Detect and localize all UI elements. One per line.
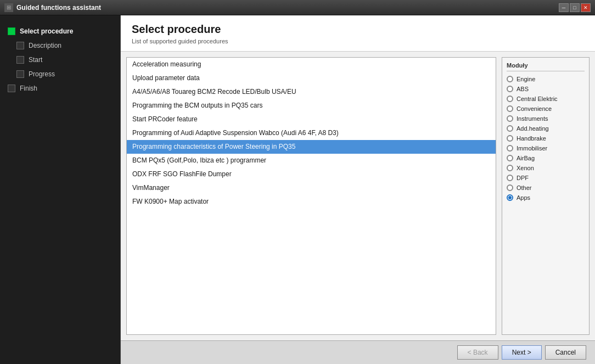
content-area: Select procedure List of supported guide… — [121, 15, 595, 364]
module-radio-xenon — [507, 165, 513, 171]
module-radio-add-heating — [507, 125, 513, 132]
module-label-immobiliser: Immobiliser — [517, 145, 547, 152]
procedure-item[interactable]: Programming characteristics of Power Ste… — [127, 140, 496, 154]
module-label-abs: ABS — [517, 86, 529, 92]
sidebar-item-description[interactable]: Description — [0, 38, 120, 53]
main-container: Select procedure Description Start Progr… — [0, 15, 595, 364]
procedure-item[interactable]: Upload parameter data — [127, 71, 496, 85]
module-radio-item-central-elektric[interactable]: Central Elektric — [507, 96, 585, 102]
procedure-list[interactable]: Acceleration measuringUpload parameter d… — [126, 57, 496, 335]
title-bar-buttons: ─ □ ✕ — [559, 3, 591, 12]
module-radio-item-airbag[interactable]: AirBag — [507, 155, 585, 161]
module-radio-airbag — [507, 155, 513, 161]
module-radio-other — [507, 184, 513, 191]
module-label-dpf: DPF — [517, 175, 529, 181]
sidebar-label-finish: Finish — [20, 85, 37, 92]
close-button[interactable]: ✕ — [581, 3, 591, 12]
module-radio-item-dpf[interactable]: DPF — [507, 175, 585, 181]
module-radio-convenience — [507, 105, 513, 112]
module-radio-item-other[interactable]: Other — [507, 184, 585, 191]
page-title: Select procedure — [132, 23, 584, 36]
sidebar-item-finish[interactable]: Finish — [0, 81, 120, 96]
module-radio-apps — [507, 194, 513, 201]
module-radio-item-abs[interactable]: ABS — [507, 86, 585, 92]
modules-panel: Moduły EngineABSCentral ElektricConvenie… — [502, 57, 590, 335]
module-radio-item-instruments[interactable]: Instruments — [507, 115, 585, 122]
procedure-item[interactable]: VimManager — [127, 181, 496, 195]
procedure-item[interactable]: FW K0900+ Map activator — [127, 195, 496, 209]
sidebar-indicator-select-procedure — [8, 27, 15, 35]
footer: < Back Next > Cancel — [121, 340, 595, 364]
title-bar-text: Guided functions assistant — [16, 4, 559, 12]
procedure-item[interactable]: Programming the BCM outputs in PQ35 cars — [127, 99, 496, 113]
module-radio-central-elektric — [507, 96, 513, 102]
sidebar: Select procedure Description Start Progr… — [0, 15, 121, 364]
sidebar-item-progress[interactable]: Progress — [0, 67, 120, 81]
module-label-convenience: Convenience — [517, 105, 552, 112]
sidebar-item-select-procedure[interactable]: Select procedure — [0, 24, 120, 38]
module-radio-immobiliser — [507, 145, 513, 152]
module-radio-item-handbrake[interactable]: Handbrake — [507, 135, 585, 142]
sidebar-indicator-start — [16, 56, 24, 64]
modules-title: Moduły — [507, 62, 585, 71]
module-label-other: Other — [517, 184, 532, 191]
module-label-add-heating: Add.heating — [517, 125, 549, 132]
sidebar-indicator-finish — [8, 85, 15, 92]
app-icon: ⊞ — [4, 3, 13, 12]
back-button[interactable]: < Back — [457, 345, 498, 360]
page-subtitle: List of supported guided procedures — [132, 38, 584, 44]
module-radio-item-add-heating[interactable]: Add.heating — [507, 125, 585, 132]
module-label-handbrake: Handbrake — [517, 135, 546, 142]
sidebar-label-select-procedure: Select procedure — [20, 27, 73, 35]
module-radio-dpf — [507, 175, 513, 181]
procedure-item[interactable]: Programming of Audi Adaptive Suspension … — [127, 126, 496, 140]
module-radio-handbrake — [507, 135, 513, 142]
module-radio-item-immobiliser[interactable]: Immobiliser — [507, 145, 585, 152]
module-radio-engine — [507, 76, 513, 82]
content-body: Acceleration measuringUpload parameter d… — [121, 52, 595, 340]
sidebar-label-progress: Progress — [29, 70, 55, 78]
sidebar-label-start: Start — [29, 56, 42, 64]
maximize-button[interactable]: □ — [570, 3, 580, 12]
procedure-item[interactable]: A4/A5/A6/A8 Touareg BCM2 Recode LED/Bulb… — [127, 85, 496, 99]
procedure-item[interactable]: ODX FRF SGO FlashFile Dumper — [127, 167, 496, 181]
procedure-item[interactable]: Acceleration measuring — [127, 58, 496, 71]
module-radio-item-engine[interactable]: Engine — [507, 76, 585, 82]
module-radio-instruments — [507, 115, 513, 122]
module-label-engine: Engine — [517, 76, 535, 82]
module-label-central-elektric: Central Elektric — [517, 96, 558, 102]
content-header: Select procedure List of supported guide… — [121, 15, 595, 52]
module-radio-item-apps[interactable]: Apps — [507, 194, 585, 201]
sidebar-item-start[interactable]: Start — [0, 53, 120, 67]
cancel-button[interactable]: Cancel — [545, 345, 586, 360]
procedure-item[interactable]: BCM PQx5 (Golf,Polo, Ibiza etc ) program… — [127, 154, 496, 167]
module-label-apps: Apps — [517, 194, 530, 201]
module-radio-item-xenon[interactable]: Xenon — [507, 165, 585, 171]
module-radio-abs — [507, 86, 513, 92]
module-label-airbag: AirBag — [517, 155, 535, 161]
sidebar-label-description: Description — [29, 42, 61, 49]
next-button[interactable]: Next > — [502, 345, 542, 360]
procedure-item[interactable]: Start PRCoder feature — [127, 113, 496, 126]
module-radio-item-convenience[interactable]: Convenience — [507, 105, 585, 112]
modules-list: EngineABSCentral ElektricConvenienceInst… — [507, 76, 585, 201]
title-bar: ⊞ Guided functions assistant ─ □ ✕ — [0, 0, 595, 15]
minimize-button[interactable]: ─ — [559, 3, 569, 12]
sidebar-indicator-progress — [16, 70, 24, 78]
sidebar-indicator-description — [16, 42, 24, 49]
module-label-instruments: Instruments — [517, 115, 548, 122]
module-label-xenon: Xenon — [517, 165, 534, 171]
